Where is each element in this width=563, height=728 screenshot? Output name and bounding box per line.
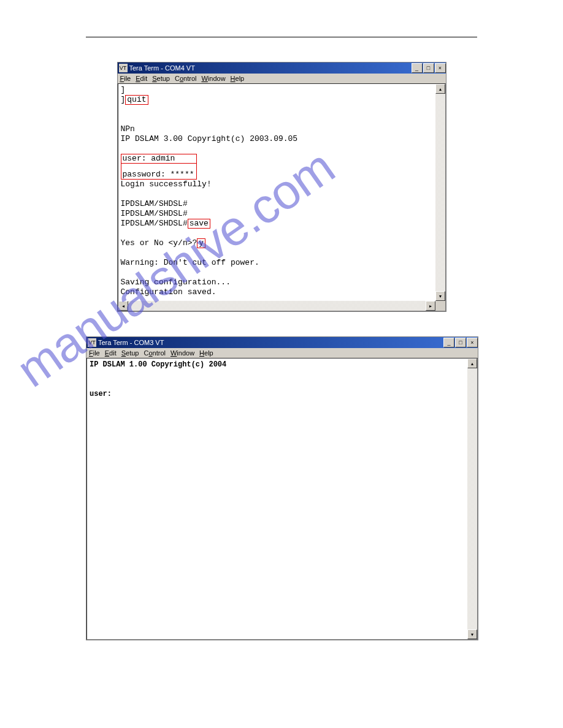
saving-line: Saving configuration...	[121, 278, 231, 287]
app-icon: VT	[88, 338, 96, 347]
menu-edit[interactable]: Edit	[136, 75, 147, 82]
terminal-output: IP DSLAM 1.00 Copyright(c) 2004 user:	[87, 358, 467, 639]
scroll-up-button[interactable]: ▴	[435, 84, 445, 94]
close-button[interactable]: ×	[435, 63, 446, 73]
line-npn: NPn	[121, 124, 135, 134]
menu-file[interactable]: File	[120, 75, 131, 82]
window-controls: _ □ ×	[411, 63, 446, 73]
menu-control[interactable]: Control	[175, 75, 196, 82]
login-ok: Login successfully!	[121, 180, 212, 189]
terminal-area[interactable]: ] ]quit NPn IP DSLAM 3.00 Copyright(c) 2…	[118, 83, 446, 311]
prompt-1: IPDSLAM/SHDSL#	[121, 199, 188, 208]
password-line: password: *****	[123, 170, 194, 179]
maximize-button[interactable]: □	[423, 63, 434, 73]
maximize-button[interactable]: □	[455, 338, 466, 347]
titlebar: VT Tera Term - COM3 VT _ □ ×	[86, 337, 478, 348]
window-title: Tera Term - COM3 VT	[98, 339, 443, 346]
answer-y1: y	[197, 238, 205, 248]
window-controls: _ □ ×	[443, 338, 478, 347]
scroll-track[interactable]	[467, 368, 477, 629]
menu-edit[interactable]: Edit	[105, 349, 117, 357]
cmd-quit: quit	[125, 95, 148, 105]
menubar: File Edit Setup Control Window Help	[86, 348, 478, 358]
menu-window[interactable]: Window	[201, 75, 225, 82]
menu-file[interactable]: File	[89, 349, 100, 357]
scroll-down-button[interactable]: ▾	[435, 291, 445, 301]
menu-control[interactable]: Control	[144, 349, 165, 357]
menu-window[interactable]: Window	[170, 349, 194, 357]
scroll-track[interactable]	[435, 94, 445, 291]
terminal-area[interactable]: IP DSLAM 1.00 Copyright(c) 2004 user: ▴ …	[86, 358, 478, 640]
app-icon: VT	[119, 64, 128, 72]
warn-line: Warning: Don't cut off power.	[121, 258, 259, 267]
page-rule	[86, 37, 477, 37]
terminal-output: ] ]quit NPn IP DSLAM 3.00 Copyright(c) 2…	[118, 84, 435, 301]
terminal-window-1: VT Tera Term - COM4 VT _ □ × File Edit S…	[117, 62, 446, 312]
terminal-window-2: VT Tera Term - COM3 VT _ □ × File Edit S…	[86, 336, 478, 640]
yesno-1: Yes or No <y/n>?	[121, 238, 197, 248]
line-copyright-2: IP DSLAM 1.00 Copyright(c) 2004	[90, 360, 226, 369]
horizontal-scrollbar[interactable]: ◂ ▸	[118, 301, 435, 311]
menu-setup[interactable]: Setup	[121, 349, 139, 357]
prompt-3: IPDSLAM/SHDSL#	[121, 219, 188, 228]
menu-setup[interactable]: Setup	[152, 75, 170, 82]
menu-help[interactable]: Help	[199, 349, 213, 357]
line-bracket: ]	[121, 85, 126, 94]
window-title: Tera Term - COM4 VT	[129, 64, 411, 72]
minimize-button[interactable]: _	[412, 63, 423, 73]
scroll-left-button[interactable]: ◂	[118, 301, 128, 311]
resize-grip[interactable]	[435, 301, 445, 311]
close-button[interactable]: ×	[467, 338, 478, 347]
scroll-right-button[interactable]: ▸	[426, 301, 435, 311]
user-prompt: user:	[90, 390, 112, 398]
line-copyright: IP DSLAM 3.00 Copyright(c) 2003.09.05	[121, 134, 298, 143]
prompt-2: IPDSLAM/SHDSL#	[121, 209, 188, 218]
scroll-up-button[interactable]: ▴	[467, 358, 477, 368]
cmd-save: save	[188, 219, 210, 229]
document-page: VT Tera Term - COM4 VT _ □ × File Edit S…	[86, 37, 477, 640]
minimize-button[interactable]: _	[443, 338, 454, 347]
menubar: File Edit Setup Control Window Help	[118, 74, 446, 83]
titlebar: VT Tera Term - COM4 VT _ □ ×	[118, 63, 446, 74]
scroll-down-button[interactable]: ▾	[467, 629, 477, 639]
menu-help[interactable]: Help	[231, 75, 245, 82]
saved-line: Configuration saved.	[121, 287, 216, 297]
scroll-track[interactable]	[128, 301, 426, 311]
vertical-scrollbar[interactable]: ▴ ▾	[435, 84, 445, 301]
vertical-scrollbar[interactable]: ▴ ▾	[467, 358, 477, 639]
